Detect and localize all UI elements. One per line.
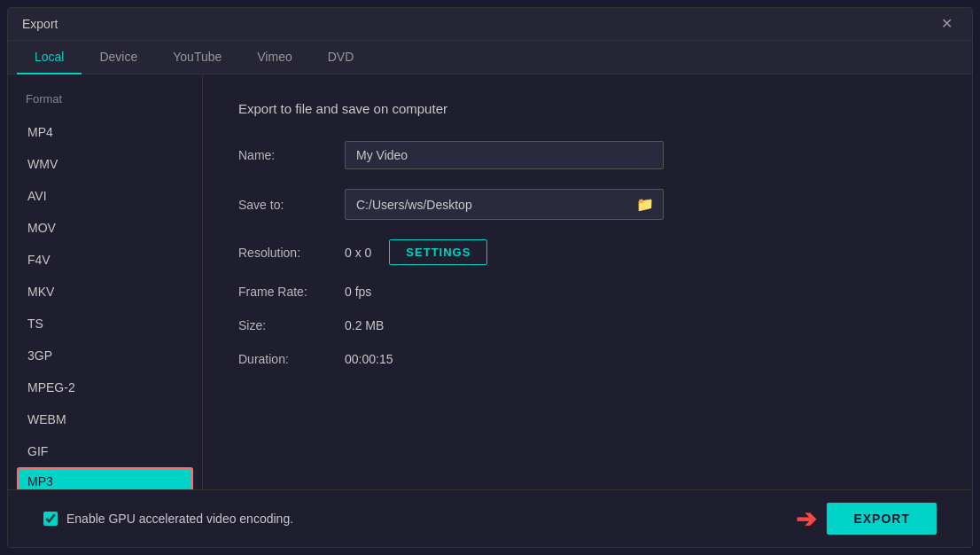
duration-row: Duration: 00:00:15 [238,352,937,366]
sidebar-item-mov[interactable]: MOV [8,212,202,244]
name-row: Name: [238,141,937,169]
save-to-wrapper: C:/Users/ws/Desktop 📁 [345,189,664,220]
save-to-label: Save to: [238,198,345,212]
size-value: 0.2 MB [345,318,384,332]
dialog-title: Export [22,17,58,31]
tab-device[interactable]: Device [82,41,155,74]
duration-label: Duration: [238,352,345,366]
save-to-row: Save to: C:/Users/ws/Desktop 📁 [238,189,937,220]
sidebar-item-mkv[interactable]: MKV [8,276,202,308]
tab-dvd[interactable]: DVD [310,41,372,74]
tab-youtube[interactable]: YouTube [155,41,239,74]
sidebar-item-wmv[interactable]: WMV [8,148,202,180]
tab-bar: Local Device YouTube Vimeo DVD [8,41,972,74]
title-bar: Export ✕ [8,8,972,41]
sidebar-item-gif[interactable]: GIF [8,435,202,467]
arrow-icon: ➔ [796,504,816,534]
resolution-label: Resolution: [238,246,345,260]
duration-value: 00:00:15 [345,352,393,366]
resolution-value: 0 x 0 [345,246,371,260]
sidebar-item-webm[interactable]: WEBM [8,403,202,435]
name-input[interactable] [345,141,664,169]
sidebar-item-mpeg2[interactable]: MPEG-2 [8,371,202,403]
resolution-row: Resolution: 0 x 0 SETTINGS [238,239,937,265]
folder-icon[interactable]: 📁 [627,190,663,219]
gpu-label-text: Enable GPU accelerated video encoding. [66,512,293,526]
frame-rate-value: 0 fps [345,285,371,299]
size-label: Size: [238,318,345,332]
save-to-path: C:/Users/ws/Desktop [346,192,627,218]
format-sidebar: Format MP4 WMV AVI MOV F4V MKV TS 3GP MP… [8,74,203,489]
sidebar-item-avi[interactable]: AVI [8,180,202,212]
main-panel: Export to file and save on computer Name… [203,74,972,489]
name-label: Name: [238,148,345,162]
export-wrapper: ➔ EXPORT [796,503,937,535]
gpu-checkbox[interactable] [43,512,58,526]
sidebar-item-mp3[interactable]: MP3 [17,467,193,489]
sidebar-item-ts[interactable]: TS [8,308,202,340]
content-area: Format MP4 WMV AVI MOV F4V MKV TS 3GP MP… [8,74,972,489]
frame-rate-row: Frame Rate: 0 fps [238,285,937,299]
export-button[interactable]: EXPORT [827,503,937,535]
gpu-label[interactable]: Enable GPU accelerated video encoding. [43,512,293,526]
panel-title: Export to file and save on computer [238,101,937,116]
settings-button[interactable]: SETTINGS [389,239,487,265]
tab-vimeo[interactable]: Vimeo [239,41,309,74]
close-button[interactable]: ✕ [936,15,958,33]
frame-rate-label: Frame Rate: [238,285,345,299]
sidebar-item-mp4[interactable]: MP4 [8,116,202,148]
sidebar-item-3gp[interactable]: 3GP [8,340,202,371]
tab-local[interactable]: Local [17,41,82,74]
sidebar-item-f4v[interactable]: F4V [8,244,202,276]
bottom-bar: Enable GPU accelerated video encoding. ➔… [8,489,972,547]
export-dialog: Export ✕ Local Device YouTube Vimeo DVD … [7,7,973,548]
sidebar-section-label: Format [8,92,202,116]
size-row: Size: 0.2 MB [238,318,937,332]
